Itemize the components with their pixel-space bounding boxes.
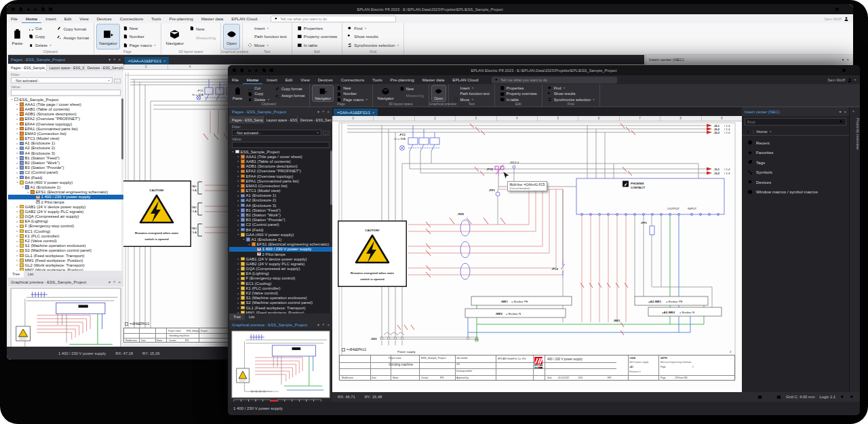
tree-item[interactable]: ▸ B2 (Station "Work") [8, 160, 123, 165]
tree-item[interactable]: 1 400 / 230 V power supply [8, 195, 123, 199]
synchronize-selection-button[interactable]: Synchronize selection [345, 41, 401, 49]
document-tab[interactable]: =GAA+A1&EFS1/1× [125, 57, 169, 64]
tree-expander[interactable]: ▸ [237, 204, 240, 207]
tree-expander[interactable]: ▸ [237, 189, 240, 193]
user-account[interactable]: Sam Wolff ▾ [827, 77, 856, 83]
paste-button[interactable]: Paste [231, 85, 244, 101]
ribbon-tab[interactable]: Home [243, 75, 262, 84]
page-new-button[interactable]: New [334, 85, 370, 91]
property-overview-button[interactable]: Property overview [498, 92, 539, 97]
grid-icon[interactable] [269, 68, 274, 73]
new-page-icon[interactable] [239, 68, 244, 73]
new-page-icon[interactable] [18, 7, 23, 12]
tree-expander[interactable]: ▸ [237, 286, 240, 290]
tree-expander[interactable]: ▸ [237, 272, 240, 275]
tree-item[interactable]: ▸ A1 (Enclosure 1) [229, 193, 332, 198]
open-preview-button[interactable]: Open [224, 24, 239, 49]
panel-close-icon[interactable]: × [327, 323, 330, 327]
snap-icon[interactable] [757, 395, 762, 400]
tree-expander[interactable]: ▸ [237, 228, 240, 231]
filter-combo[interactable]: - Not activated -▾ [232, 130, 321, 136]
tree-item[interactable]: ▸ B4 (Field) [8, 175, 123, 180]
in-table-button[interactable]: In table [295, 41, 340, 49]
tree-expander[interactable]: ▸ [237, 179, 240, 182]
tree-expander[interactable]: ▸ [237, 174, 240, 178]
find-button[interactable]: Find [545, 85, 597, 91]
panel-close-icon[interactable]: × [118, 280, 121, 284]
insert-item[interactable]: Devices [742, 177, 849, 187]
tree-expander[interactable]: ▸ [16, 205, 19, 208]
tree-expander[interactable]: ▸ [237, 262, 240, 265]
tree-item[interactable]: ▸ C2 (Control panel) [8, 170, 123, 175]
panel-pin-icon[interactable]: ⌖ [113, 57, 115, 62]
tree-item[interactable]: ▸ S2 (Machine operation control panel) [229, 301, 332, 305]
tree-item[interactable]: ▾ A1 (Enclosure 1) [229, 237, 332, 242]
ribbon-tab[interactable]: Edit [60, 14, 76, 23]
ribbon-tab[interactable]: EPLAN Cloud [448, 75, 482, 84]
tree-item[interactable]: ▸ GAB1 (24 V device power supply) [8, 204, 123, 209]
tree-item[interactable]: ▾ ESS_Sample_Project [8, 97, 123, 102]
tree-item[interactable]: ▸ S1 (Machine operation enclosure) [229, 296, 332, 301]
tree-item[interactable]: ▸ S1 (Machine operation enclosure) [8, 244, 123, 248]
filter-more-button[interactable]: … [114, 79, 121, 83]
tree-item[interactable]: ▸ EFA2 (Overview "PROFINET") [8, 117, 123, 121]
tree-expander[interactable]: ▾ [248, 243, 251, 246]
space-new-button[interactable]: New [397, 85, 426, 92]
page-number-button[interactable]: Number [334, 92, 370, 97]
save-icon[interactable] [232, 68, 237, 73]
tree-expander[interactable]: ▸ [16, 161, 19, 165]
tree-expander[interactable]: ▸ [16, 263, 19, 267]
ribbon-tab[interactable]: Pre-planning [387, 75, 418, 84]
tree-item[interactable]: ▸ A4 (Enclosure 3) [8, 151, 123, 155]
ribbon-tab[interactable]: File [7, 14, 22, 23]
property-overview-side-tab[interactable]: Property overview [850, 118, 860, 149]
tree-item[interactable]: ▸ EFA4 (Overview topology) [229, 174, 332, 178]
tree-expander[interactable]: ▸ [237, 311, 240, 313]
page-macro-button[interactable]: Page macro [121, 41, 158, 49]
tree-item[interactable]: ▸ K2 (Valve control) [229, 290, 332, 295]
tree-item[interactable]: ▸ K1 (PLC controller) [8, 233, 123, 238]
filter-combo[interactable]: - Not activated -▾ [11, 77, 113, 83]
tree-expander[interactable]: ▸ [16, 215, 19, 218]
tree-expander[interactable]: ▸ [237, 218, 240, 222]
ribbon-tab[interactable]: Devices [93, 14, 116, 23]
tree-expander[interactable]: ▸ [237, 214, 240, 217]
tree-expander[interactable]: ▸ [237, 267, 240, 271]
panel-menu-icon[interactable]: ▾ [317, 109, 319, 114]
tree-expander[interactable]: ▸ [237, 208, 240, 212]
tree-expander[interactable]: ▸ [16, 147, 19, 150]
save-icon[interactable] [11, 7, 16, 12]
tree-expander[interactable]: ▾ [10, 98, 14, 101]
tree-item[interactable]: ▸ EMA3 (Connection list) [8, 131, 123, 136]
insert-item[interactable]: Tags [742, 157, 849, 168]
tree-item[interactable]: ▸ GQA (Compressed air supply) [8, 214, 123, 219]
tree-item[interactable]: ▸ AAB1 (Table of contents) [229, 159, 332, 163]
tree-item[interactable]: 2 Pilot lamps [229, 252, 332, 256]
insert-center-header[interactable]: Insert center (NEC) ▾× [646, 55, 852, 64]
open-page-label[interactable]: 1 400 / 230 V power supply [233, 406, 283, 410]
tree-expander[interactable]: ▸ [16, 229, 19, 233]
ribbon-tab[interactable]: Insert [262, 75, 281, 84]
tree-expander[interactable]: ▸ [16, 254, 19, 257]
tree-item[interactable]: ▸ A4 (Enclosure 3) [229, 203, 332, 208]
grid-icon[interactable] [48, 7, 53, 12]
tree-item[interactable]: ▸ MM1 (Feed workpiece: Position) [229, 310, 332, 313]
tree-item[interactable]: ▸ B1 (Station "Feed") [229, 208, 332, 212]
dock-close-icon[interactable]: × [852, 109, 854, 113]
insert-item[interactable]: Recent [742, 138, 849, 148]
show-results-button[interactable]: Show results [545, 92, 597, 97]
tell-me-search[interactable] [492, 77, 617, 83]
copy-format-button[interactable]: Copy format [54, 24, 91, 33]
panel-menu-icon[interactable]: ▾ [317, 322, 319, 327]
tree-expander[interactable]: ▸ [237, 194, 240, 197]
value-input[interactable] [11, 90, 121, 96]
tree-item[interactable]: ▸ ETC1 (Model view) [229, 189, 332, 193]
insert-item[interactable]: Favorites [742, 148, 849, 158]
tree-expander[interactable]: ▸ [16, 151, 19, 155]
ribbon-tab[interactable]: Master data [197, 14, 228, 23]
tree-expander[interactable]: ▸ [16, 132, 19, 135]
tree-expander[interactable]: ▸ [16, 122, 19, 126]
tree-item[interactable]: ▸ MM2 (Work workpiece: Position) [8, 268, 123, 271]
panel-close-icon[interactable]: × [118, 58, 121, 62]
user-account[interactable]: Sam Wolff [824, 16, 849, 22]
